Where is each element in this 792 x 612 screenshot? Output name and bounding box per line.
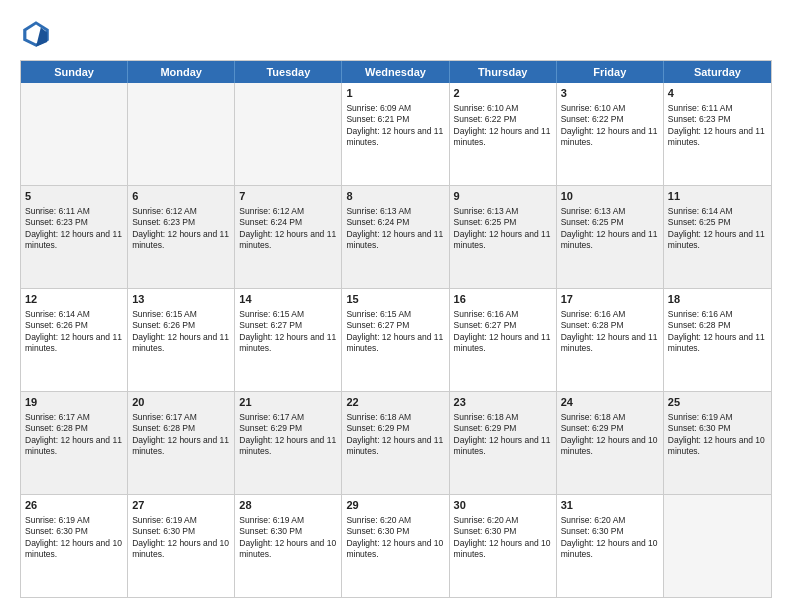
day-header-thursday: Thursday xyxy=(450,61,557,83)
sunset-text: Sunset: 6:28 PM xyxy=(132,423,195,433)
day-number: 25 xyxy=(668,395,767,410)
calendar-cell: 10Sunrise: 6:13 AMSunset: 6:25 PMDayligh… xyxy=(557,186,664,288)
day-number: 31 xyxy=(561,498,659,513)
calendar-body: 1Sunrise: 6:09 AMSunset: 6:21 PMDaylight… xyxy=(21,83,771,597)
sunrise-text: Sunrise: 6:15 AM xyxy=(132,309,197,319)
sunset-text: Sunset: 6:24 PM xyxy=(239,217,302,227)
day-number: 21 xyxy=(239,395,337,410)
calendar-cell: 11Sunrise: 6:14 AMSunset: 6:25 PMDayligh… xyxy=(664,186,771,288)
daylight-text: Daylight: 12 hours and 11 minutes. xyxy=(454,126,551,147)
calendar-cell: 20Sunrise: 6:17 AMSunset: 6:28 PMDayligh… xyxy=(128,392,235,494)
sunset-text: Sunset: 6:27 PM xyxy=(239,320,302,330)
calendar-cell: 8Sunrise: 6:13 AMSunset: 6:24 PMDaylight… xyxy=(342,186,449,288)
sunset-text: Sunset: 6:30 PM xyxy=(25,526,88,536)
day-header-monday: Monday xyxy=(128,61,235,83)
sunrise-text: Sunrise: 6:17 AM xyxy=(239,412,304,422)
daylight-text: Daylight: 12 hours and 11 minutes. xyxy=(132,229,229,250)
day-number: 1 xyxy=(346,86,444,101)
calendar-cell: 21Sunrise: 6:17 AMSunset: 6:29 PMDayligh… xyxy=(235,392,342,494)
daylight-text: Daylight: 12 hours and 11 minutes. xyxy=(239,229,336,250)
day-number: 14 xyxy=(239,292,337,307)
sunset-text: Sunset: 6:27 PM xyxy=(454,320,517,330)
daylight-text: Daylight: 12 hours and 11 minutes. xyxy=(454,435,551,456)
calendar-header: SundayMondayTuesdayWednesdayThursdayFrid… xyxy=(21,61,771,83)
calendar-cell: 15Sunrise: 6:15 AMSunset: 6:27 PMDayligh… xyxy=(342,289,449,391)
sunset-text: Sunset: 6:30 PM xyxy=(132,526,195,536)
daylight-text: Daylight: 12 hours and 11 minutes. xyxy=(25,332,122,353)
calendar-cell: 6Sunrise: 6:12 AMSunset: 6:23 PMDaylight… xyxy=(128,186,235,288)
daylight-text: Daylight: 12 hours and 11 minutes. xyxy=(668,229,765,250)
calendar-cell: 26Sunrise: 6:19 AMSunset: 6:30 PMDayligh… xyxy=(21,495,128,597)
sunrise-text: Sunrise: 6:20 AM xyxy=(561,515,626,525)
sunrise-text: Sunrise: 6:14 AM xyxy=(668,206,733,216)
day-header-tuesday: Tuesday xyxy=(235,61,342,83)
calendar-cell: 16Sunrise: 6:16 AMSunset: 6:27 PMDayligh… xyxy=(450,289,557,391)
sunrise-text: Sunrise: 6:10 AM xyxy=(561,103,626,113)
calendar-week-1: 1Sunrise: 6:09 AMSunset: 6:21 PMDaylight… xyxy=(21,83,771,186)
calendar-cell: 28Sunrise: 6:19 AMSunset: 6:30 PMDayligh… xyxy=(235,495,342,597)
calendar-cell: 18Sunrise: 6:16 AMSunset: 6:28 PMDayligh… xyxy=(664,289,771,391)
calendar-week-3: 12Sunrise: 6:14 AMSunset: 6:26 PMDayligh… xyxy=(21,289,771,392)
sunset-text: Sunset: 6:30 PM xyxy=(239,526,302,536)
sunrise-text: Sunrise: 6:19 AM xyxy=(132,515,197,525)
daylight-text: Daylight: 12 hours and 11 minutes. xyxy=(346,435,443,456)
day-number: 11 xyxy=(668,189,767,204)
calendar-cell: 24Sunrise: 6:18 AMSunset: 6:29 PMDayligh… xyxy=(557,392,664,494)
calendar: SundayMondayTuesdayWednesdayThursdayFrid… xyxy=(20,60,772,598)
sunrise-text: Sunrise: 6:19 AM xyxy=(25,515,90,525)
sunset-text: Sunset: 6:25 PM xyxy=(561,217,624,227)
calendar-cell: 12Sunrise: 6:14 AMSunset: 6:26 PMDayligh… xyxy=(21,289,128,391)
day-number: 20 xyxy=(132,395,230,410)
day-number: 17 xyxy=(561,292,659,307)
sunrise-text: Sunrise: 6:15 AM xyxy=(346,309,411,319)
calendar-cell xyxy=(21,83,128,185)
daylight-text: Daylight: 12 hours and 11 minutes. xyxy=(132,332,229,353)
daylight-text: Daylight: 12 hours and 10 minutes. xyxy=(561,435,658,456)
daylight-text: Daylight: 12 hours and 11 minutes. xyxy=(132,435,229,456)
day-number: 18 xyxy=(668,292,767,307)
daylight-text: Daylight: 12 hours and 11 minutes. xyxy=(454,332,551,353)
calendar-cell: 30Sunrise: 6:20 AMSunset: 6:30 PMDayligh… xyxy=(450,495,557,597)
daylight-text: Daylight: 12 hours and 11 minutes. xyxy=(561,126,658,147)
calendar-cell: 14Sunrise: 6:15 AMSunset: 6:27 PMDayligh… xyxy=(235,289,342,391)
day-number: 6 xyxy=(132,189,230,204)
day-number: 12 xyxy=(25,292,123,307)
calendar-cell: 27Sunrise: 6:19 AMSunset: 6:30 PMDayligh… xyxy=(128,495,235,597)
daylight-text: Daylight: 12 hours and 11 minutes. xyxy=(561,229,658,250)
day-number: 8 xyxy=(346,189,444,204)
daylight-text: Daylight: 12 hours and 11 minutes. xyxy=(346,332,443,353)
logo-icon xyxy=(20,18,52,50)
calendar-cell xyxy=(664,495,771,597)
sunset-text: Sunset: 6:24 PM xyxy=(346,217,409,227)
sunset-text: Sunset: 6:26 PM xyxy=(132,320,195,330)
calendar-cell: 4Sunrise: 6:11 AMSunset: 6:23 PMDaylight… xyxy=(664,83,771,185)
sunrise-text: Sunrise: 6:16 AM xyxy=(668,309,733,319)
daylight-text: Daylight: 12 hours and 10 minutes. xyxy=(239,538,336,559)
day-number: 28 xyxy=(239,498,337,513)
sunset-text: Sunset: 6:30 PM xyxy=(561,526,624,536)
day-number: 13 xyxy=(132,292,230,307)
day-number: 27 xyxy=(132,498,230,513)
calendar-cell: 17Sunrise: 6:16 AMSunset: 6:28 PMDayligh… xyxy=(557,289,664,391)
sunset-text: Sunset: 6:26 PM xyxy=(25,320,88,330)
sunrise-text: Sunrise: 6:17 AM xyxy=(25,412,90,422)
day-number: 22 xyxy=(346,395,444,410)
sunrise-text: Sunrise: 6:13 AM xyxy=(561,206,626,216)
calendar-week-2: 5Sunrise: 6:11 AMSunset: 6:23 PMDaylight… xyxy=(21,186,771,289)
sunrise-text: Sunrise: 6:19 AM xyxy=(239,515,304,525)
daylight-text: Daylight: 12 hours and 11 minutes. xyxy=(454,229,551,250)
calendar-cell xyxy=(235,83,342,185)
day-header-wednesday: Wednesday xyxy=(342,61,449,83)
calendar-cell: 13Sunrise: 6:15 AMSunset: 6:26 PMDayligh… xyxy=(128,289,235,391)
calendar-cell: 7Sunrise: 6:12 AMSunset: 6:24 PMDaylight… xyxy=(235,186,342,288)
day-number: 15 xyxy=(346,292,444,307)
calendar-cell: 25Sunrise: 6:19 AMSunset: 6:30 PMDayligh… xyxy=(664,392,771,494)
day-number: 2 xyxy=(454,86,552,101)
sunset-text: Sunset: 6:22 PM xyxy=(561,114,624,124)
day-number: 4 xyxy=(668,86,767,101)
sunset-text: Sunset: 6:23 PM xyxy=(668,114,731,124)
sunrise-text: Sunrise: 6:13 AM xyxy=(454,206,519,216)
calendar-cell: 29Sunrise: 6:20 AMSunset: 6:30 PMDayligh… xyxy=(342,495,449,597)
calendar-cell: 3Sunrise: 6:10 AMSunset: 6:22 PMDaylight… xyxy=(557,83,664,185)
daylight-text: Daylight: 12 hours and 11 minutes. xyxy=(668,126,765,147)
